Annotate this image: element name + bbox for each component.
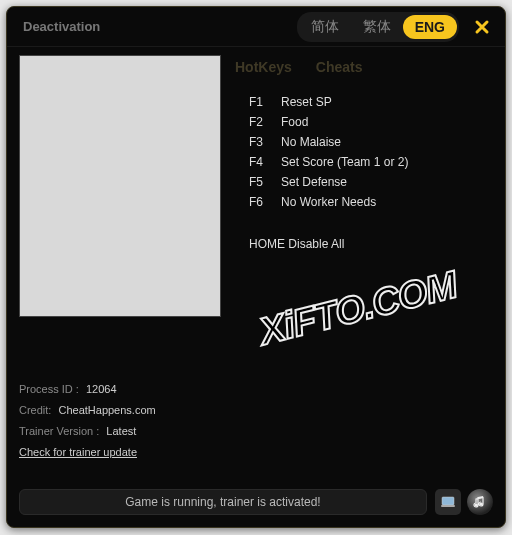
hotkey-key: F4 (249, 155, 281, 169)
hotkey-row: F6 No Worker Needs (249, 195, 495, 209)
process-id-value: 12064 (86, 383, 117, 395)
status-text: Game is running, trainer is activated! (19, 489, 427, 515)
credit-row: Credit: CheatHappens.com (19, 400, 223, 421)
hotkey-desc: No Worker Needs (281, 195, 376, 209)
watermark: XiFTO.COM (255, 263, 461, 353)
tabs: HotKeys Cheats (229, 55, 495, 85)
monitor-button[interactable] (435, 489, 461, 515)
statusbar: Game is running, trainer is activated! (19, 487, 493, 517)
hotkey-row: F5 Set Defense (249, 175, 495, 189)
window-title: Deactivation (23, 19, 297, 34)
hotkey-desc: Set Defense (281, 175, 347, 189)
credit-label: Credit: (19, 404, 51, 416)
lang-simplified[interactable]: 简体 (299, 14, 351, 40)
svg-point-3 (480, 502, 483, 505)
process-id-row: Process ID : 12064 (19, 379, 223, 400)
disable-all: HOME Disable All (229, 237, 495, 251)
music-button[interactable] (467, 489, 493, 515)
hotkey-row: F3 No Malaise (249, 135, 495, 149)
disable-all-label: Disable All (288, 237, 344, 251)
music-note-icon (472, 494, 488, 510)
hotkey-key: F2 (249, 115, 281, 129)
hotkey-key: F1 (249, 95, 281, 109)
lang-traditional[interactable]: 繁体 (351, 14, 403, 40)
monitor-icon (440, 494, 456, 510)
hotkey-list: F1 Reset SP F2 Food F3 No Malaise F4 Set… (229, 85, 495, 209)
svg-rect-0 (442, 497, 454, 505)
game-preview (19, 55, 221, 317)
version-value: Latest (106, 425, 136, 437)
disable-all-key: HOME (249, 237, 285, 251)
hotkey-key: F5 (249, 175, 281, 189)
status-icons (435, 489, 493, 515)
version-label: Trainer Version : (19, 425, 99, 437)
lang-english[interactable]: ENG (403, 15, 457, 39)
hotkey-key: F3 (249, 135, 281, 149)
tab-cheats[interactable]: Cheats (316, 59, 363, 75)
version-row: Trainer Version : Latest (19, 421, 223, 442)
process-id-label: Process ID : (19, 383, 79, 395)
hotkey-key: F6 (249, 195, 281, 209)
credit-value: CheatHappens.com (58, 404, 155, 416)
hotkey-row: F2 Food (249, 115, 495, 129)
left-column: Process ID : 12064 Credit: CheatHappens.… (7, 47, 223, 477)
hotkey-desc: Set Score (Team 1 or 2) (281, 155, 408, 169)
tab-hotkeys[interactable]: HotKeys (235, 59, 292, 75)
close-icon (474, 19, 490, 35)
hotkey-desc: Food (281, 115, 308, 129)
meta-info: Process ID : 12064 Credit: CheatHappens.… (19, 379, 223, 463)
hotkey-row: F4 Set Score (Team 1 or 2) (249, 155, 495, 169)
svg-rect-1 (441, 505, 455, 507)
hotkey-row: F1 Reset SP (249, 95, 495, 109)
language-switcher: 简体 繁体 ENG (297, 12, 459, 42)
trainer-window: Deactivation 简体 繁体 ENG Process ID : 1206… (6, 6, 506, 528)
hotkey-desc: No Malaise (281, 135, 341, 149)
right-column: HotKeys Cheats F1 Reset SP F2 Food F3 No… (223, 47, 505, 477)
hotkey-desc: Reset SP (281, 95, 332, 109)
main-area: Process ID : 12064 Credit: CheatHappens.… (7, 47, 505, 477)
check-update-link[interactable]: Check for trainer update (19, 446, 137, 458)
svg-point-2 (475, 503, 478, 506)
titlebar: Deactivation 简体 繁体 ENG (7, 7, 505, 47)
close-button[interactable] (469, 14, 495, 40)
update-row: Check for trainer update (19, 442, 223, 463)
